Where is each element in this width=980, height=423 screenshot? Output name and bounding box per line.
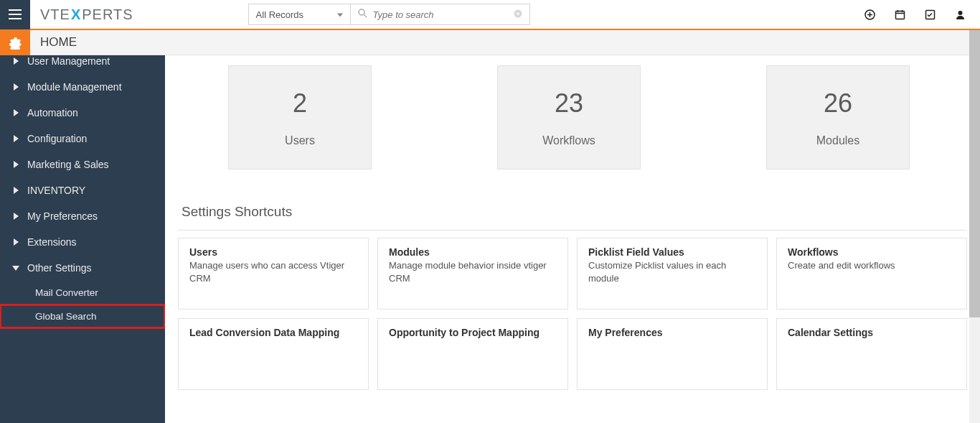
shortcut-title: Users xyxy=(189,246,357,258)
shortcut-title: Picklist Field Values xyxy=(588,246,756,258)
svg-rect-4 xyxy=(895,11,904,19)
shortcut-desc: Manage module behavior inside vtiger CRM xyxy=(389,259,557,284)
stat-card-modules[interactable]: 26 Modules xyxy=(766,65,910,169)
shortcut-modules[interactable]: Modules Manage module behavior inside vt… xyxy=(377,238,568,310)
chevron-right-icon xyxy=(11,187,20,194)
stat-label: Workflows xyxy=(542,134,595,147)
logo-x: X xyxy=(71,6,81,22)
sidebar-item-inventory[interactable]: INVENTORY xyxy=(0,177,165,203)
shortcut-workflows[interactable]: Workflows Create and edit workflows xyxy=(776,238,967,310)
breadcrumb: HOME xyxy=(40,35,77,50)
add-icon[interactable] xyxy=(864,9,875,20)
stat-label: Users xyxy=(285,134,315,147)
shortcut-calendar-settings[interactable]: Calendar Settings xyxy=(776,318,967,390)
svg-point-0 xyxy=(359,9,364,15)
shortcut-opportunity-project[interactable]: Opportunity to Project Mapping xyxy=(377,318,568,390)
shortcut-grid: Users Manage users who can access Vtiger… xyxy=(178,238,967,390)
chevron-right-icon xyxy=(11,161,20,168)
hamburger-icon xyxy=(9,9,22,19)
chevron-right-icon xyxy=(11,135,20,142)
logo: VTEXPERTS xyxy=(40,6,133,23)
shortcut-desc: Customize Picklist values in each module xyxy=(588,259,756,284)
shortcut-picklist[interactable]: Picklist Field Values Customize Picklist… xyxy=(577,238,768,310)
stat-card-workflows[interactable]: 23 Workflows xyxy=(497,65,641,169)
stat-value: 23 xyxy=(555,88,583,118)
shortcut-desc: Manage users who can access Vtiger CRM xyxy=(189,259,357,284)
hamburger-menu[interactable] xyxy=(0,0,30,29)
gear-icon xyxy=(8,35,22,50)
chevron-down-icon xyxy=(11,266,20,271)
sidebar-item-label: Extensions xyxy=(27,236,76,248)
sidebar-item-my-preferences[interactable]: My Preferences xyxy=(0,203,165,229)
search-input[interactable] xyxy=(373,9,514,20)
subbar: HOME xyxy=(0,30,980,55)
sidebar-subitem-label: Global Search xyxy=(35,311,97,322)
stat-card-users[interactable]: 2 Users xyxy=(228,65,372,169)
stat-value: 2 xyxy=(293,88,307,118)
svg-line-1 xyxy=(364,14,367,17)
sidebar-item-other-settings[interactable]: Other Settings xyxy=(0,255,165,281)
shortcut-title: Modules xyxy=(389,246,557,258)
shortcut-title: My Preferences xyxy=(588,327,756,338)
main-content: 2 Users 23 Workflows 26 Modules Settings… xyxy=(165,55,980,423)
sidebar-subitem-mail-converter[interactable]: Mail Converter xyxy=(0,281,165,305)
chevron-right-icon xyxy=(11,238,20,246)
sidebar-item-user-management[interactable]: User Management xyxy=(0,55,165,74)
shortcut-title: Lead Conversion Data Mapping xyxy=(189,327,357,338)
sidebar-item-automation[interactable]: Automation xyxy=(0,100,165,126)
sidebar-item-label: User Management xyxy=(27,55,110,67)
sidebar-item-label: Marketing & Sales xyxy=(27,159,109,170)
sidebar-subitem-label: Mail Converter xyxy=(35,287,98,298)
sidebar-item-label: Automation xyxy=(27,107,78,118)
search-scope-dropdown[interactable]: All Records xyxy=(248,4,351,25)
sidebar-item-label: Configuration xyxy=(27,133,87,144)
section-title-shortcuts: Settings Shortcuts xyxy=(182,204,967,220)
shortcut-title: Opportunity to Project Mapping xyxy=(389,327,557,338)
stat-value: 26 xyxy=(824,88,852,118)
divider xyxy=(178,230,967,231)
search-area: All Records xyxy=(248,4,530,25)
sidebar-item-label: Module Management xyxy=(27,81,122,93)
sidebar-item-label: Other Settings xyxy=(27,262,92,274)
sidebar-item-label: My Preferences xyxy=(27,210,98,222)
stat-row: 2 Users 23 Workflows 26 Modules xyxy=(228,65,967,169)
chevron-right-icon xyxy=(11,57,20,65)
sidebar-item-module-management[interactable]: Module Management xyxy=(0,74,165,100)
chevron-right-icon xyxy=(11,213,20,220)
settings-gear-button[interactable] xyxy=(0,30,30,55)
shortcut-my-preferences[interactable]: My Preferences xyxy=(577,318,768,390)
sidebar-item-label: INVENTORY xyxy=(27,185,85,196)
topbar: VTEXPERTS All Records xyxy=(0,0,980,30)
stat-label: Modules xyxy=(816,134,859,147)
search-icon xyxy=(358,8,367,21)
task-icon[interactable] xyxy=(924,9,936,20)
sidebar-item-marketing-sales[interactable]: Marketing & Sales xyxy=(0,152,165,177)
chevron-right-icon xyxy=(11,109,20,116)
search-chevron-icon[interactable] xyxy=(514,9,522,20)
search-scope-label: All Records xyxy=(256,9,303,20)
calendar-icon[interactable] xyxy=(894,9,905,20)
shortcut-users[interactable]: Users Manage users who can access Vtiger… xyxy=(178,238,369,310)
shortcut-desc: Create and edit workflows xyxy=(788,259,956,272)
shortcut-title: Workflows xyxy=(788,246,956,258)
user-icon[interactable] xyxy=(954,9,966,20)
sidebar-item-configuration[interactable]: Configuration xyxy=(0,126,165,152)
scrollbar-track[interactable] xyxy=(969,30,980,423)
search-box[interactable] xyxy=(351,4,530,25)
topbar-actions xyxy=(864,9,980,20)
sidebar-subitem-global-search[interactable]: Global Search xyxy=(0,305,165,328)
sidebar: User Management Module Management Automa… xyxy=(0,55,165,423)
sidebar-item-extensions[interactable]: Extensions xyxy=(0,229,165,255)
shortcut-lead-conversion[interactable]: Lead Conversion Data Mapping xyxy=(178,318,369,390)
scrollbar-thumb[interactable] xyxy=(969,30,980,317)
shortcut-title: Calendar Settings xyxy=(788,327,956,338)
chevron-right-icon xyxy=(11,83,20,90)
svg-point-6 xyxy=(958,11,962,15)
